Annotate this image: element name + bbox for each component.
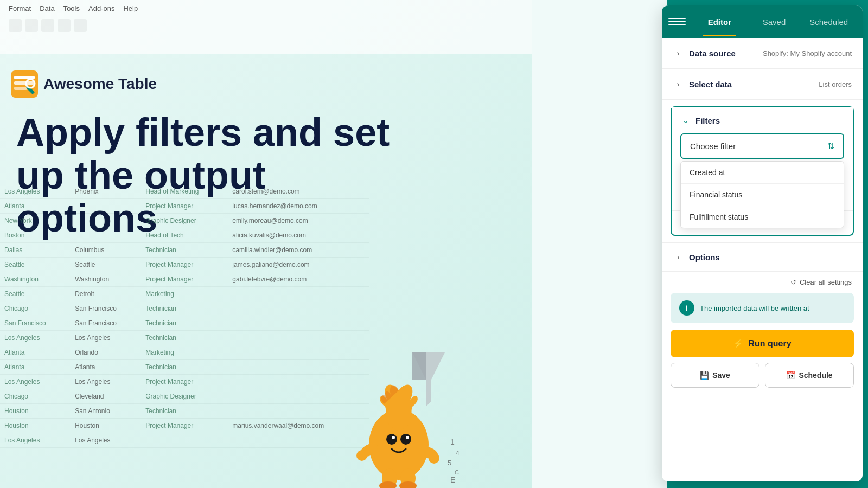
data-source-value: Shopify: My Shopify account xyxy=(763,49,852,57)
select-data-label: Select data xyxy=(689,80,819,89)
svg-text:5: 5 xyxy=(448,459,451,467)
sheets-icon-2 xyxy=(25,19,38,32)
mascot-svg: 1 4 5 C E xyxy=(304,336,477,488)
menu-help[interactable]: Help xyxy=(123,4,138,12)
run-query-button[interactable]: ⚡ Run query xyxy=(671,330,854,357)
data-source-chevron-icon: › xyxy=(673,48,684,59)
table-row: Los AngelesPhoenixHead of Marketingcarol… xyxy=(0,184,369,199)
info-text: The imported data will be written at xyxy=(700,304,809,312)
save-button[interactable]: 💾 Save xyxy=(671,363,760,388)
save-label: Save xyxy=(712,371,730,380)
svg-point-13 xyxy=(429,453,439,464)
at-logo-icon xyxy=(11,70,38,98)
svg-text:1: 1 xyxy=(450,438,455,446)
table-row: ChicagoSan FranciscoTechnician xyxy=(0,301,369,316)
svg-rect-3 xyxy=(14,87,27,90)
clear-settings-row: ↺ Clear all settings xyxy=(662,272,863,293)
choose-filter-arrow-icon: ⇅ xyxy=(827,141,834,151)
panel-body: › Data source Shopify: My Shopify accoun… xyxy=(662,38,863,481)
filters-label: Filters xyxy=(695,116,844,125)
sheets-icon-3 xyxy=(41,19,54,32)
table-row: San FranciscoSan FranciscoTechnician xyxy=(0,316,369,331)
svg-rect-2 xyxy=(14,81,35,85)
clear-settings-refresh-icon: ↺ xyxy=(790,278,796,286)
sheets-icon-5 xyxy=(74,19,87,32)
table-row: SeattleDetroitMarketing xyxy=(0,287,369,301)
table-row: AtlantaProject Managerlucas.hernandez@de… xyxy=(0,199,369,214)
filter-option-created-at[interactable]: Created at xyxy=(681,162,844,183)
table-row: SeattleSeattleProject Managerjames.galia… xyxy=(0,258,369,272)
editor-panel: Editor Saved Scheduled › Data source Sho… xyxy=(662,5,863,481)
svg-point-6 xyxy=(386,434,397,445)
clear-settings-button[interactable]: ↺ Clear all settings xyxy=(790,278,852,286)
spreadsheet-background: Format Data Tools Add-ons Help Awesome T… xyxy=(0,0,532,488)
sheets-icon-4 xyxy=(58,19,71,32)
filters-chevron-down-icon: ⌄ xyxy=(680,115,691,126)
sheets-menu: Format Data Tools Add-ons Help xyxy=(0,0,532,17)
schedule-label: Schedule xyxy=(799,371,832,380)
data-source-label: Data source xyxy=(689,49,763,58)
panel-tabs: Editor Saved Scheduled xyxy=(692,8,856,36)
hamburger-menu-icon[interactable] xyxy=(668,13,686,30)
menu-format[interactable]: Format xyxy=(9,4,31,12)
filters-header[interactable]: ⌄ Filters xyxy=(672,107,853,133)
tab-scheduled[interactable]: Scheduled xyxy=(801,8,856,36)
mascot-character: 1 4 5 C E xyxy=(304,336,477,488)
filter-option-financial-status[interactable]: Financial status xyxy=(681,183,844,206)
filter-options-dropdown: Created at Financial status Fullfillment… xyxy=(680,161,844,228)
select-data-chevron-icon: › xyxy=(673,79,684,89)
options-section[interactable]: › Options xyxy=(662,242,863,272)
options-label: Options xyxy=(689,253,852,262)
table-row: New YorkGraphic Designeremily.moreau@dem… xyxy=(0,214,369,228)
schedule-button[interactable]: 📅 Schedule xyxy=(765,363,854,388)
choose-filter-dropdown[interactable]: Choose filter ⇅ xyxy=(680,133,844,159)
svg-text:C: C xyxy=(455,469,459,476)
sheets-icon-bar xyxy=(0,17,532,34)
select-data-value: List orders xyxy=(819,80,852,88)
table-row: BostonHead of Techalicia.kuvalis@demo.co… xyxy=(0,228,369,243)
menu-data[interactable]: Data xyxy=(40,4,54,12)
logo-text: Awesome Table xyxy=(43,75,157,93)
filters-section: ⌄ Filters Choose filter ⇅ Created at Fin… xyxy=(671,106,854,236)
filter-dropdown-wrapper: Choose filter ⇅ Created at Financial sta… xyxy=(672,133,853,165)
svg-point-7 xyxy=(400,434,411,445)
svg-point-12 xyxy=(356,450,367,461)
table-row: WashingtonWashingtonProject Managergabi.… xyxy=(0,272,369,287)
options-chevron-icon: › xyxy=(673,252,684,262)
schedule-icon: 📅 xyxy=(786,371,795,380)
svg-point-9 xyxy=(406,436,409,439)
panel-header: Editor Saved Scheduled xyxy=(662,5,863,38)
sheets-icon-1 xyxy=(9,19,22,32)
run-query-label: Run query xyxy=(748,339,791,349)
info-row: i The imported data will be written at xyxy=(671,293,854,323)
svg-text:4: 4 xyxy=(456,450,459,457)
filter-option-fulfillment-status[interactable]: Fullfillment status xyxy=(681,206,844,228)
save-icon: 💾 xyxy=(700,371,709,380)
menu-addons[interactable]: Add-ons xyxy=(88,4,114,12)
tab-editor[interactable]: Editor xyxy=(692,8,747,36)
menu-tools[interactable]: Tools xyxy=(63,4,80,12)
clear-settings-label: Clear all settings xyxy=(800,278,852,286)
choose-filter-label: Choose filter xyxy=(690,142,736,151)
awesome-table-logo: Awesome Table xyxy=(11,70,157,98)
info-icon: i xyxy=(679,300,694,316)
run-query-icon: ⚡ xyxy=(733,338,744,349)
action-buttons-row: 💾 Save 📅 Schedule xyxy=(671,363,854,388)
tab-saved[interactable]: Saved xyxy=(747,8,802,36)
table-row: DallasColumbusTechniciancamilla.windler@… xyxy=(0,243,369,258)
data-source-row[interactable]: › Data source Shopify: My Shopify accoun… xyxy=(662,38,863,69)
svg-text:E: E xyxy=(450,476,455,484)
select-data-row[interactable]: › Select data List orders xyxy=(662,69,863,100)
sheets-toolbar: Format Data Tools Add-ons Help xyxy=(0,0,532,54)
svg-point-8 xyxy=(392,436,395,439)
